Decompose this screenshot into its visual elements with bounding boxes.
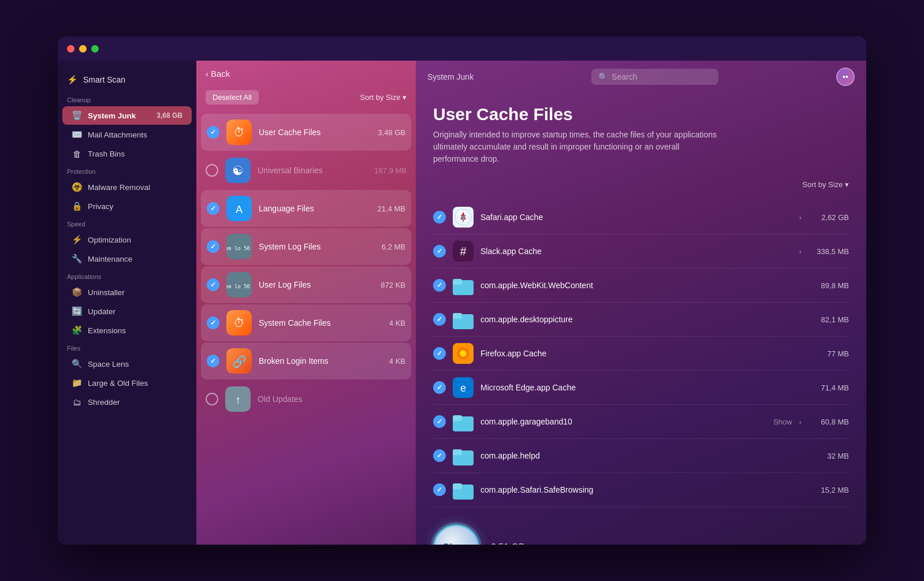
file-item[interactable]: ✓⏱System Cache Files4 KB <box>201 304 411 341</box>
right-panel: System Junk 🔍 •• User Cache Files Origin… <box>416 61 866 545</box>
cache-checkbox[interactable]: ✓ <box>433 211 446 224</box>
sidebar-item-trash-bins[interactable]: 🗑 Trash Bins <box>62 144 192 163</box>
file-item[interactable]: ✓🔗Broken Login Items4 KB <box>201 342 411 379</box>
svg-rect-27 <box>453 313 462 319</box>
cache-item[interactable]: ✓Safari.app Cache›2,62 GB <box>433 200 849 234</box>
file-item[interactable]: ✓tem lo 56 ⚙User Log Files872 KB <box>201 266 411 303</box>
cache-checkbox[interactable]: ✓ <box>433 245 446 258</box>
cache-checkbox[interactable]: ✓ <box>433 381 446 394</box>
minimize-button[interactable] <box>79 45 87 53</box>
svg-rect-34 <box>453 415 462 421</box>
right-header: System Junk 🔍 •• <box>416 61 866 93</box>
deselect-all-button[interactable]: Deselect All <box>206 90 259 105</box>
cache-item[interactable]: ✓Firefox.app Cache77 MB <box>433 337 849 371</box>
file-item[interactable]: ✓ALanguage Files21,4 MB <box>201 190 411 227</box>
clean-button[interactable]: Clean <box>433 524 479 545</box>
search-input[interactable] <box>612 72 711 81</box>
mail-attachments-label: Mail Attachments <box>88 131 147 139</box>
sidebar-item-smart-scan[interactable]: ⚡ Smart Scan <box>58 70 196 92</box>
sidebar-item-mail-attachments[interactable]: ✉️ Mail Attachments <box>62 125 192 144</box>
svg-text:tem lo
56 ⚙: tem lo 56 ⚙ <box>226 245 252 251</box>
file-name: Old Updates <box>258 394 400 404</box>
cache-item[interactable]: ✓com.apple.WebKit.WebContent89,8 MB <box>433 269 849 303</box>
cache-item[interactable]: ✓com.apple.garageband10Show›60,8 MB <box>433 405 849 439</box>
file-item[interactable]: ☯Universal Binaries167,9 MB <box>196 152 416 189</box>
app-icon <box>453 275 474 296</box>
file-checkbox[interactable]: ✓ <box>207 240 219 253</box>
cache-checkbox[interactable]: ✓ <box>433 347 446 360</box>
smart-scan-icon: ⚡ <box>67 75 77 85</box>
middle-sort-button[interactable]: Sort by Size ▾ <box>360 93 407 102</box>
app-icon <box>453 207 474 228</box>
optimization-label: Optimization <box>88 236 131 244</box>
sidebar-item-uninstaller[interactable]: 📦 Uninstaller <box>62 283 192 301</box>
cache-checkbox[interactable]: ✓ <box>433 279 446 292</box>
cache-size: 2,62 GB <box>808 213 849 222</box>
check-icon: ✓ <box>437 315 442 323</box>
cache-checkbox[interactable]: ✓ <box>433 415 446 428</box>
cache-size: 60,8 MB <box>808 418 849 426</box>
cache-name: com.apple.Safari.SafeBrowsing <box>480 485 802 494</box>
file-checkbox[interactable] <box>206 393 218 405</box>
checkmark-icon: ✓ <box>210 357 216 365</box>
cache-item[interactable]: ✓com.apple.helpd32 MB <box>433 439 849 473</box>
cache-show-label[interactable]: Show <box>773 418 792 426</box>
file-size: 3,48 GB <box>378 128 405 137</box>
sidebar-item-maintenance[interactable]: 🔧 Maintenance <box>62 249 192 268</box>
cache-item[interactable]: ✓eMicrosoft Edge.app Cache71,4 MB <box>433 371 849 405</box>
svg-rect-36 <box>453 449 462 455</box>
checkmark-icon: ✓ <box>210 204 216 213</box>
search-icon: 🔍 <box>598 72 608 81</box>
file-checkbox[interactable]: ✓ <box>207 202 219 215</box>
cache-checkbox[interactable]: ✓ <box>433 313 446 326</box>
sidebar-item-updater[interactable]: 🔄 Updater <box>62 302 192 321</box>
cache-checkbox[interactable]: ✓ <box>433 483 446 496</box>
svg-text:⏱: ⏱ <box>233 126 245 139</box>
sidebar-item-system-junk[interactable]: 🗑️ System Junk 3,68 GB <box>62 106 192 125</box>
sidebar-item-space-lens[interactable]: 🔍 Space Lens <box>62 355 192 373</box>
check-icon: ✓ <box>437 247 442 255</box>
file-checkbox[interactable]: ✓ <box>207 126 219 139</box>
cache-name: Safari.app Cache <box>480 213 792 222</box>
svg-text:#: # <box>460 245 467 258</box>
close-button[interactable] <box>67 45 74 53</box>
file-item[interactable]: ↑Old Updates <box>196 381 416 418</box>
file-size: 6,2 MB <box>382 243 405 251</box>
svg-text:↑: ↑ <box>235 393 241 406</box>
file-name: System Log Files <box>259 242 375 251</box>
back-button[interactable]: ‹ Back <box>206 69 230 79</box>
svg-text:⏱: ⏱ <box>233 316 245 329</box>
svg-text:tem lo
56 ⚙: tem lo 56 ⚙ <box>226 284 252 289</box>
cache-size: 15,2 MB <box>808 486 849 494</box>
search-box[interactable]: 🔍 <box>591 69 718 85</box>
file-checkbox[interactable] <box>206 164 218 177</box>
maintenance-label: Maintenance <box>88 255 132 263</box>
maximize-button[interactable] <box>91 45 99 53</box>
sidebar-item-privacy[interactable]: 🔒 Privacy <box>62 197 192 215</box>
sidebar-item-malware-removal[interactable]: ☣️ Malware Removal <box>62 178 192 196</box>
file-item[interactable]: ✓⏱User Cache Files3,48 GB <box>201 114 411 151</box>
cache-item[interactable]: ✓#Slack.app Cache›338,5 MB <box>433 234 849 269</box>
cache-checkbox[interactable]: ✓ <box>433 449 446 462</box>
sidebar-item-shredder[interactable]: 🗂 Shredder <box>62 393 192 411</box>
app-icon <box>453 343 474 364</box>
uninstaller-label: Uninstaller <box>88 288 125 297</box>
sidebar-item-extensions[interactable]: 🧩 Extensions <box>62 321 192 340</box>
cache-item[interactable]: ✓com.apple.desktoppicture82,1 MB <box>433 303 849 337</box>
check-icon: ✓ <box>437 213 442 221</box>
chevron-icon: › <box>799 213 802 222</box>
avatar-button[interactable]: •• <box>836 68 855 86</box>
file-list: ✓⏱User Cache Files3,48 GB☯Universal Bina… <box>196 110 416 545</box>
cache-description: Originally intended to improve startup t… <box>433 129 722 165</box>
file-checkbox[interactable]: ✓ <box>207 316 219 329</box>
check-icon: ✓ <box>437 383 442 392</box>
right-sort-button[interactable]: Sort by Size ▾ <box>802 180 849 189</box>
sidebar-item-large-old-files[interactable]: 📁 Large & Old Files <box>62 374 192 392</box>
file-checkbox[interactable]: ✓ <box>207 355 219 367</box>
file-item[interactable]: ✓tem lo 56 ⚙System Log Files6,2 MB <box>201 228 411 265</box>
cache-item[interactable]: ✓com.apple.Safari.SafeBrowsing15,2 MB <box>433 473 849 507</box>
file-checkbox[interactable]: ✓ <box>207 278 219 291</box>
uninstaller-icon: 📦 <box>72 287 82 297</box>
sidebar-item-optimization[interactable]: ⚡ Optimization <box>62 230 192 249</box>
privacy-icon: 🔒 <box>72 201 82 211</box>
